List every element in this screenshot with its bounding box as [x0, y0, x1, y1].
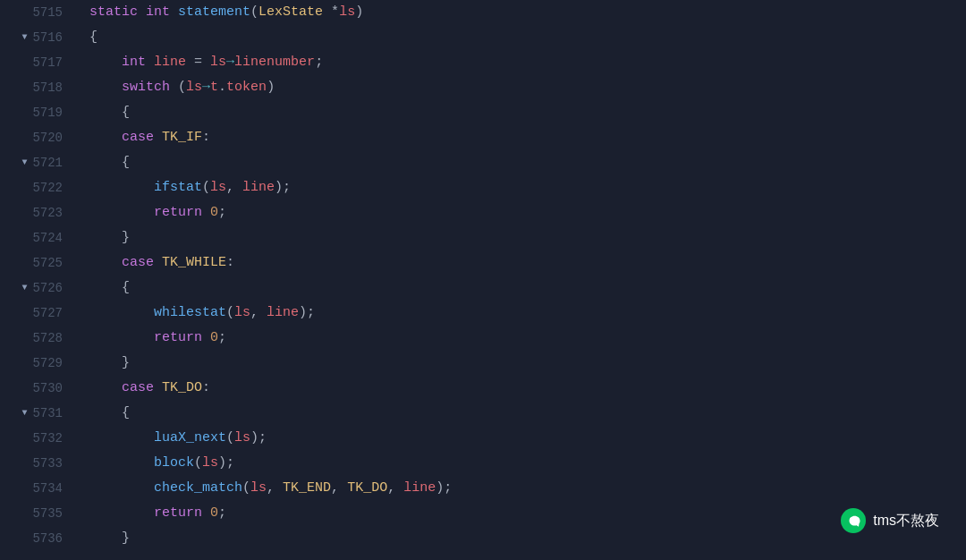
line-num-5723: 5723 — [9, 200, 63, 225]
code-line-5716: { — [89, 25, 948, 50]
line-num-5715: 5715 — [9, 0, 63, 25]
code-line-5734: check_match(ls, TK_END, TK_DO, line); — [89, 476, 948, 501]
line-num-5726: ▼ 5726 — [9, 276, 63, 301]
code-line-5726: { — [89, 276, 948, 301]
line-num-5722: 5722 — [9, 175, 63, 200]
line-num-5735: 5735 — [9, 501, 63, 526]
code-line-5727: whilestat(ls, line); — [89, 301, 948, 326]
line-num-5720: 5720 — [9, 125, 63, 150]
line-num-5736: 5736 — [9, 526, 63, 551]
code-line-5725: case TK_WHILE: — [89, 250, 948, 276]
code-line-5723: return 0; — [89, 200, 948, 225]
line-num-5729: 5729 — [9, 351, 63, 376]
line-num-5724: 5724 — [9, 225, 63, 250]
code-line-5735: return 0; — [89, 501, 948, 526]
line-num-5721: ▼ 5721 — [9, 150, 63, 175]
code-line-5730: case TK_DO: — [89, 376, 948, 401]
fold-arrow-5731[interactable]: ▼ — [16, 401, 27, 426]
code-line-5732: luaX_next(ls); — [89, 426, 948, 451]
code-line-5718: switch (ls→t.token) — [89, 75, 948, 100]
line-num-5716: ▼ 5716 — [9, 25, 63, 50]
code-line-5731: { — [89, 401, 948, 426]
watermark-text: tms不熬夜 — [873, 508, 939, 533]
fold-arrow-5716[interactable]: ▼ — [16, 25, 27, 50]
code-line-5715: static int statement(LexState *ls) — [89, 0, 948, 25]
code-lines: static int statement(LexState *ls) { int… — [72, 0, 966, 560]
code-line-5722: ifstat(ls, line); — [89, 175, 948, 200]
line-num-5731: ▼ 5731 — [9, 401, 63, 426]
line-num-5725: 5725 — [9, 250, 63, 276]
wechat-icon — [841, 508, 866, 533]
line-num-5733: 5733 — [9, 451, 63, 476]
code-line-5724: } — [89, 225, 948, 250]
line-num-5719: 5719 — [9, 100, 63, 125]
code-line-5721: { — [89, 150, 948, 175]
fold-arrow-5721[interactable]: ▼ — [16, 150, 27, 175]
code-line-5719: { — [89, 100, 948, 125]
code-line-5736: } — [89, 526, 948, 551]
line-num-5718: 5718 — [9, 75, 63, 100]
code-line-5729: } — [89, 351, 948, 376]
watermark: tms不熬夜 — [841, 508, 939, 533]
code-line-5728: return 0; — [89, 326, 948, 351]
fold-arrow-5726[interactable]: ▼ — [16, 276, 27, 301]
line-numbers: 5715 ▼ 5716 5717 5718 5719 5720 ▼ 5721 5… — [0, 0, 72, 560]
code-line-5720: case TK_IF: — [89, 125, 948, 150]
line-num-5728: 5728 — [9, 326, 63, 351]
line-num-5732: 5732 — [9, 426, 63, 451]
line-num-5727: 5727 — [9, 301, 63, 326]
line-num-5730: 5730 — [9, 376, 63, 401]
code-editor: 5715 ▼ 5716 5717 5718 5719 5720 ▼ 5721 5… — [0, 0, 966, 560]
code-line-5733: block(ls); — [89, 451, 948, 476]
line-num-5717: 5717 — [9, 50, 63, 75]
code-line-5717: int line = ls→linenumber; — [89, 50, 948, 75]
line-num-5734: 5734 — [9, 476, 63, 501]
